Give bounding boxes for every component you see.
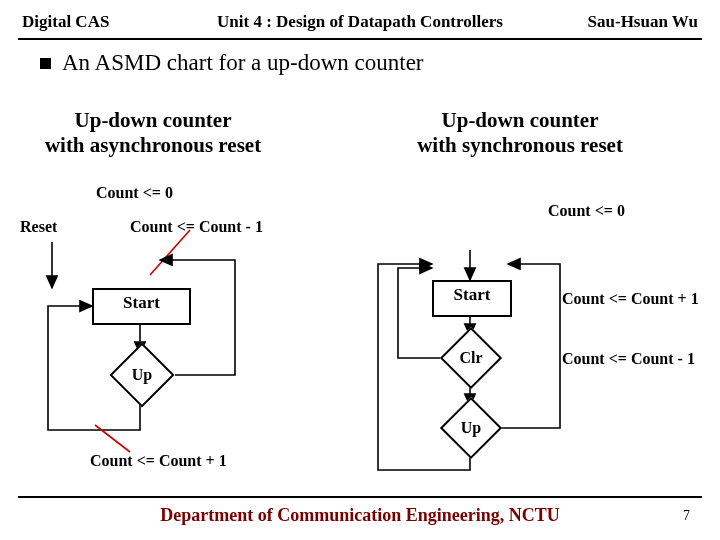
footer-dept: Department of Communication Engineering,… [0,505,720,526]
diamond-up-left-label: Up [132,366,152,384]
label-count-zero-left: Count <= 0 [96,184,173,202]
box-start-left: Start [92,288,191,325]
bullet-text: An ASMD chart for a up-down counter [62,50,424,76]
label-count-minus-1-right: Count <= Count - 1 [562,350,695,368]
diamond-up-right-label: Up [461,419,481,437]
label-count-zero-right: Count <= 0 [548,202,625,220]
diamond-clr-right: Clr [440,327,502,389]
header-rule [18,38,702,40]
svg-line-1 [150,230,190,275]
diamond-clr-right-label: Clr [459,349,482,367]
label-count-plus-1-right: Count <= Count + 1 [562,290,699,308]
label-reset: Reset [20,218,57,236]
page-number: 7 [683,508,690,524]
label-count-minus-1-left: Count <= Count - 1 [130,218,263,236]
box-start-right: Start [432,280,512,317]
label-count-plus-1-left: Count <= Count + 1 [90,452,227,470]
bullet-icon [40,58,51,69]
svg-line-3 [95,425,130,452]
diamond-up-left: Up [109,342,174,407]
header-right: Sau-Hsuan Wu [588,12,698,32]
diamond-up-right: Up [440,397,502,459]
subtitle-right: Up-down counterwith synchronous reset [390,108,650,158]
footer-rule [18,496,702,498]
subtitle-left: Up-down counterwith asynchronous reset [38,108,268,158]
